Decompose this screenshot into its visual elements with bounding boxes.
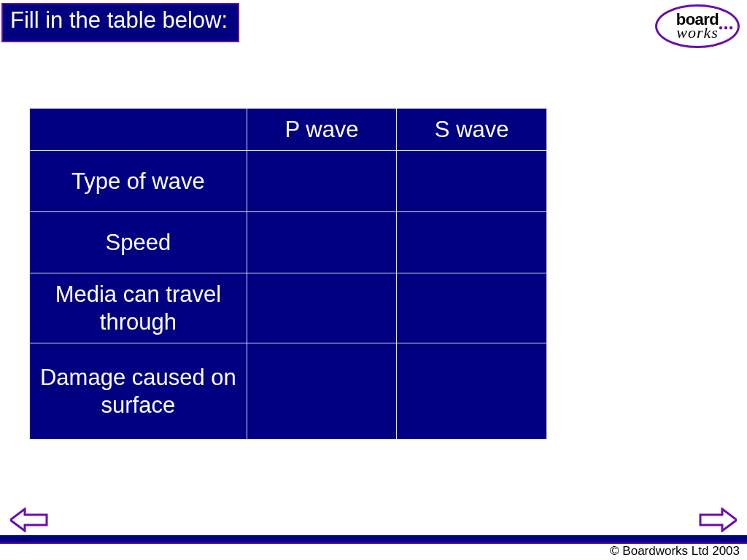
cell-s[interactable] bbox=[397, 273, 547, 343]
cell-p[interactable] bbox=[247, 343, 397, 440]
boardworks-logo: board works ●●● bbox=[655, 4, 740, 48]
table-row: Damage caused on surface bbox=[30, 343, 547, 440]
logo-works-text: works bbox=[676, 26, 719, 40]
wave-table: P wave S wave Type of wave Speed Media c… bbox=[29, 108, 547, 440]
copyright-text: © Boardworks Ltd 2003 bbox=[610, 544, 740, 559]
logo-dots: ●●● bbox=[719, 23, 734, 31]
slide-title-text: Fill in the table below: bbox=[10, 7, 228, 33]
cell-s[interactable] bbox=[397, 151, 547, 212]
arrow-right-icon bbox=[699, 508, 737, 532]
logo-text: board works bbox=[676, 12, 719, 40]
cell-s[interactable] bbox=[397, 212, 547, 273]
header-s-wave: S wave bbox=[397, 109, 547, 151]
table-row: Media can travel through bbox=[30, 273, 547, 343]
table-header-row: P wave S wave bbox=[30, 109, 547, 151]
slide-title: Fill in the table below: bbox=[1, 3, 239, 42]
previous-arrow[interactable] bbox=[10, 508, 48, 532]
next-arrow[interactable] bbox=[699, 508, 737, 532]
row-label: Media can travel through bbox=[30, 273, 247, 343]
footer-bar bbox=[0, 535, 747, 542]
table-row: Speed bbox=[30, 212, 547, 273]
table-row: Type of wave bbox=[30, 151, 547, 212]
svg-marker-1 bbox=[700, 509, 737, 531]
cell-s[interactable] bbox=[397, 343, 547, 440]
cell-p[interactable] bbox=[247, 151, 397, 212]
header-p-wave: P wave bbox=[247, 109, 397, 151]
svg-marker-0 bbox=[10, 509, 47, 531]
row-label: Speed bbox=[30, 212, 247, 273]
arrow-left-icon bbox=[10, 508, 48, 532]
header-blank bbox=[30, 109, 247, 151]
row-label: Damage caused on surface bbox=[30, 343, 247, 440]
row-label: Type of wave bbox=[30, 151, 247, 212]
wave-table-container: P wave S wave Type of wave Speed Media c… bbox=[29, 108, 547, 440]
cell-p[interactable] bbox=[247, 273, 397, 343]
cell-p[interactable] bbox=[247, 212, 397, 273]
